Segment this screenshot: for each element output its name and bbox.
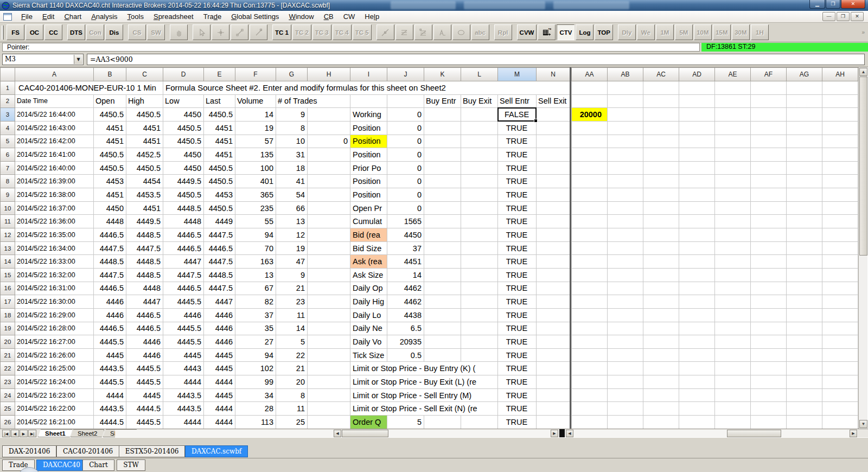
cell-AG4[interactable] <box>787 121 822 135</box>
cell-J18[interactable]: 4438 <box>387 308 424 322</box>
cell-AF3[interactable] <box>751 108 787 122</box>
cell-I17[interactable]: Daily Hig <box>350 295 387 309</box>
toolbar-button-tc-3[interactable]: TC 3 <box>312 24 331 40</box>
cell-AC18[interactable] <box>643 308 679 322</box>
row-header-9[interactable]: 9 <box>1 188 15 202</box>
cell-AB5[interactable] <box>608 135 643 148</box>
toolbar-button-con[interactable]: Con <box>86 24 104 40</box>
cell-AH6[interactable] <box>822 148 858 162</box>
cell-L18[interactable] <box>461 308 498 322</box>
toolbar-button-ctv[interactable]: CTV <box>557 24 575 40</box>
fib-projection-icon[interactable] <box>414 24 432 40</box>
maximize-button[interactable]: ❐ <box>826 0 840 9</box>
cell-D19[interactable]: 4445.5 <box>163 322 204 335</box>
cell-L2[interactable]: Buy Exit <box>461 94 498 108</box>
row-header-24[interactable]: 24 <box>1 388 15 402</box>
cell-AB20[interactable] <box>608 335 643 349</box>
cell-E20[interactable]: 4446 <box>204 335 235 349</box>
cell-M18[interactable]: TRUE <box>498 308 537 322</box>
cell-AA4[interactable] <box>572 121 608 135</box>
cell-AA7[interactable] <box>572 161 608 175</box>
cell-C9[interactable]: 4453.5 <box>126 188 163 202</box>
cell-D17[interactable]: 4445.5 <box>163 295 204 309</box>
row-header-19[interactable]: 19 <box>1 322 15 335</box>
cell-C8[interactable]: 4454 <box>126 175 163 188</box>
cell-B18[interactable]: 4446 <box>94 308 126 322</box>
cell-AB6[interactable] <box>608 148 643 162</box>
cell-H8[interactable] <box>308 175 350 188</box>
cell-A26[interactable]: 2014/5/22 16:21:00 <box>15 416 94 429</box>
last-sheet-icon[interactable]: ▶| <box>28 430 36 437</box>
cell-AE14[interactable] <box>715 255 751 269</box>
cell-AE15[interactable] <box>715 268 751 282</box>
cell-J13[interactable]: 37 <box>387 241 424 255</box>
cell-N14[interactable] <box>537 255 570 269</box>
cell-AA11[interactable] <box>572 215 608 228</box>
cell-AB19[interactable] <box>608 322 643 335</box>
cell-C6[interactable]: 4452.5 <box>126 148 163 162</box>
toolbar-button-cvw[interactable]: CVW <box>517 24 537 40</box>
cell-AC2[interactable] <box>643 94 679 108</box>
cell-N12[interactable] <box>537 228 570 242</box>
cell-AG22[interactable] <box>787 362 822 375</box>
cell-J15[interactable]: 14 <box>387 268 424 282</box>
cell-AD13[interactable] <box>679 241 715 255</box>
cell-AG14[interactable] <box>787 255 822 269</box>
column-header-C[interactable]: C <box>126 68 163 81</box>
scroll-right-icon[interactable]: ▶ <box>551 430 558 437</box>
cell-AH19[interactable] <box>822 322 858 335</box>
cell-N4[interactable] <box>537 121 570 135</box>
cell-I12[interactable]: Bid (rea <box>350 228 387 242</box>
cell-L26[interactable] <box>461 416 498 429</box>
cell-M10[interactable]: TRUE <box>498 201 537 215</box>
cell-AB9[interactable] <box>608 188 643 202</box>
cell-B8[interactable]: 4453 <box>94 175 126 188</box>
cell-AH8[interactable] <box>822 175 858 188</box>
cell-AH21[interactable] <box>822 348 858 362</box>
chartbook-tab-daxcac40[interactable]: DAXCAC40 <box>36 460 87 471</box>
toolbar-button-tc-4[interactable]: TC 4 <box>333 24 352 40</box>
cell-F4[interactable]: 19 <box>235 121 276 135</box>
cell-AA26[interactable] <box>572 416 608 429</box>
cell-J21[interactable]: 0.5 <box>387 348 424 362</box>
cell-K17[interactable] <box>424 295 461 309</box>
cell-H7[interactable] <box>308 161 350 175</box>
cell-AD10[interactable] <box>679 201 715 215</box>
cell-A15[interactable]: 2014/5/22 16:32:00 <box>15 268 94 282</box>
row-header-17[interactable]: 17 <box>1 295 15 309</box>
cell-AC10[interactable] <box>643 201 679 215</box>
cell-E17[interactable]: 4447 <box>204 295 235 309</box>
cell-F26[interactable]: 113 <box>235 416 276 429</box>
cell-A9[interactable]: 2014/5/22 16:38:00 <box>15 188 94 202</box>
cell-AD15[interactable] <box>679 268 715 282</box>
cell-E26[interactable]: 4444 <box>204 416 235 429</box>
cell-F25[interactable]: 28 <box>235 402 276 416</box>
cell-K21[interactable] <box>424 348 461 362</box>
cell-AF14[interactable] <box>751 255 787 269</box>
cell-AF16[interactable] <box>751 282 787 295</box>
cell-AB21[interactable] <box>608 348 643 362</box>
toolbar-button-15m[interactable]: 15M <box>713 24 731 40</box>
cell-I21[interactable]: Tick Size <box>350 348 387 362</box>
cell-AH15[interactable] <box>822 268 858 282</box>
cell-G17[interactable]: 23 <box>276 295 308 309</box>
cell-D23[interactable]: 4444 <box>163 375 204 389</box>
menu-edit[interactable]: Edit <box>37 11 59 22</box>
cell-J6[interactable]: 0 <box>387 148 424 162</box>
menu-help[interactable]: Help <box>360 11 384 22</box>
cell-AC3[interactable] <box>643 108 679 122</box>
cell-K13[interactable] <box>424 241 461 255</box>
cell-A14[interactable]: 2014/5/22 16:33:00 <box>15 255 94 269</box>
cell-AA25[interactable] <box>572 402 608 416</box>
column-header-B[interactable]: B <box>94 68 126 81</box>
cell-AF17[interactable] <box>751 295 787 309</box>
cell-F19[interactable]: 35 <box>235 322 276 335</box>
toolbar-button-cs[interactable]: CS <box>128 24 146 40</box>
cell-H4[interactable] <box>308 121 350 135</box>
menu-global-settings[interactable]: Global Settings <box>226 11 284 22</box>
cell-G10[interactable]: 66 <box>276 201 308 215</box>
column-header-AA[interactable]: AA <box>572 68 608 81</box>
cell-I20[interactable]: Daily Vo <box>350 335 387 349</box>
cell-H13[interactable] <box>308 241 350 255</box>
cell-C13[interactable]: 4447.5 <box>126 241 163 255</box>
